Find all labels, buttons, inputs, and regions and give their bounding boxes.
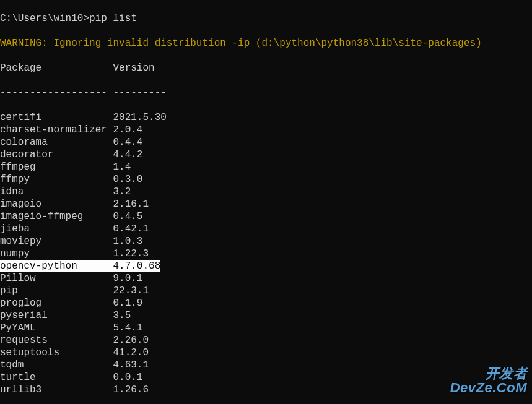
package-name: numpy	[0, 248, 113, 259]
package-name: turtle	[0, 372, 113, 383]
package-name: setuptools	[0, 347, 113, 358]
table-row: jieba 0.42.1	[0, 223, 532, 235]
table-row: imageio-ffmpeg 0.4.5	[0, 210, 532, 223]
watermark-line2: DevZe.CoM	[450, 380, 527, 395]
package-version: 3.2	[113, 186, 131, 197]
package-version: 0.4.5	[113, 211, 142, 222]
package-name: ffmpeg	[0, 161, 113, 173]
package-version: 9.0.1	[113, 273, 142, 284]
table-row: setuptools 41.2.0	[0, 346, 532, 359]
table-row: charset-normalizer 2.0.4	[0, 124, 532, 136]
table-row: decorator 4.4.2	[0, 148, 532, 161]
table-row: ffmpy 0.3.0	[0, 173, 532, 186]
package-name: tqdm	[0, 359, 113, 371]
table-row: pip 22.3.1	[0, 285, 532, 297]
package-version: 2.16.1	[113, 199, 149, 210]
package-name: jieba	[0, 223, 113, 234]
package-name: proglog	[0, 298, 113, 309]
package-version: 22.3.1	[113, 285, 149, 296]
package-name: PyYAML	[0, 322, 113, 333]
package-list: certifi 2021.5.30charset-normalizer 2.0.…	[0, 111, 532, 396]
table-row: colorama 0.4.4	[0, 136, 532, 148]
table-row: proglog 0.1.9	[0, 297, 532, 309]
warning-line-top: WARNING: Ignoring invalid distribution -…	[0, 37, 532, 49]
package-name: imageio-ffmpeg	[0, 211, 113, 222]
table-row: moviepy 1.0.3	[0, 235, 532, 247]
package-name: pip	[0, 285, 113, 296]
table-row: requests 2.26.0	[0, 334, 532, 346]
table-row: Pillow 9.0.1	[0, 272, 532, 285]
table-row: opencv-python 4.7.0.68	[0, 260, 532, 272]
package-version: 0.4.4	[113, 137, 142, 148]
package-version: 0.1.9	[113, 298, 142, 309]
divider-version: ---------	[113, 87, 166, 98]
divider-package: ------------------	[0, 87, 113, 98]
package-version: 0.0.1	[113, 372, 142, 383]
highlighted-package: opencv-python 4.7.0.68	[0, 260, 160, 272]
table-row: PyYAML 5.4.1	[0, 322, 532, 334]
package-name: imageio	[0, 199, 113, 210]
table-row: certifi 2021.5.30	[0, 111, 532, 124]
package-version: 4.4.2	[113, 149, 142, 160]
package-version: 2.0.4	[113, 124, 142, 135]
table-row: ffmpeg 1.4	[0, 161, 532, 173]
watermark-line1: 开发者	[450, 366, 527, 380]
package-version: 2021.5.30	[113, 112, 166, 123]
package-name: urllib3	[0, 384, 113, 395]
table-row: imageio 2.16.1	[0, 198, 532, 210]
package-name: requests	[0, 335, 113, 346]
watermark: 开发者 DevZe.CoM	[450, 366, 527, 395]
package-name: pyserial	[0, 310, 113, 321]
package-version: 5.4.1	[113, 322, 142, 333]
prompt-line-1: C:\Users\win10>pip list	[0, 12, 532, 25]
package-version: 4.63.1	[113, 359, 149, 371]
table-row: idna 3.2	[0, 186, 532, 198]
header-package: Package	[0, 62, 113, 74]
table-row: numpy 1.22.3	[0, 247, 532, 260]
package-version: 41.2.0	[113, 347, 149, 358]
package-name: colorama	[0, 137, 113, 148]
package-name: ffmpy	[0, 174, 113, 185]
package-name: moviepy	[0, 236, 113, 247]
package-version: 1.0.3	[113, 236, 142, 247]
package-version: 1.26.6	[113, 384, 149, 395]
package-version: 0.42.1	[113, 223, 149, 234]
table-header: Package Version	[0, 62, 532, 74]
package-version: 1.4	[113, 161, 131, 173]
table-divider: ------------------ ---------	[0, 87, 532, 99]
package-name: Pillow	[0, 273, 113, 284]
package-version: 1.22.3	[113, 248, 149, 259]
package-name: charset-normalizer	[0, 124, 113, 135]
table-row: pyserial 3.5	[0, 309, 532, 322]
terminal-output[interactable]: C:\Users\win10>pip list WARNING: Ignorin…	[0, 0, 532, 404]
package-name: idna	[0, 186, 113, 197]
package-version: 3.5	[113, 310, 131, 321]
package-name: certifi	[0, 112, 113, 123]
package-version: 0.3.0	[113, 174, 142, 185]
package-version: 2.26.0	[113, 335, 149, 346]
package-name: decorator	[0, 149, 113, 160]
header-version: Version	[113, 62, 154, 74]
